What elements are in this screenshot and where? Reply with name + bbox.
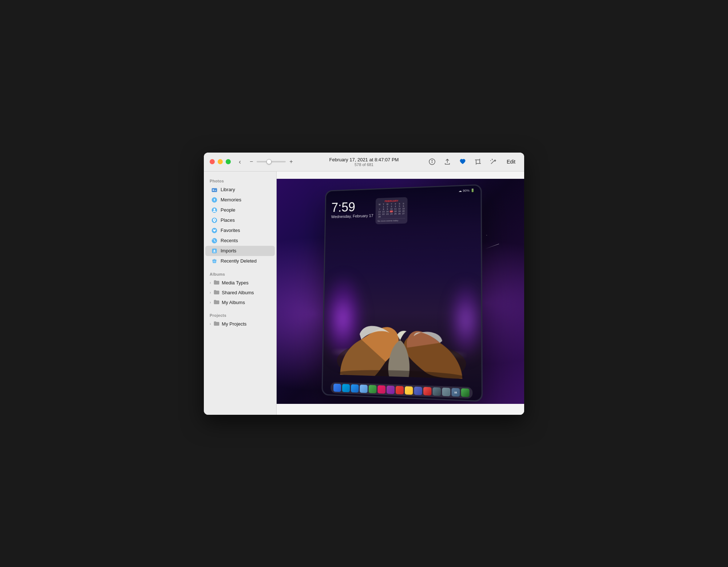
svg-point-2 <box>432 160 432 161</box>
minimize-button[interactable] <box>218 159 223 164</box>
titlebar-actions: Edit <box>427 157 518 166</box>
places-label: Places <box>221 217 235 223</box>
ipad-time-display: 7:59 Wednesday, February 17 <box>331 200 373 219</box>
sidebar-item-favorites[interactable]: Favorites <box>205 225 275 236</box>
maximize-button[interactable] <box>226 159 231 164</box>
dock-icon-scriptable <box>423 387 432 395</box>
recently-deleted-label: Recently Deleted <box>221 258 257 264</box>
media-types-label: Media Types <box>222 280 248 286</box>
zoom-slider[interactable] <box>257 161 286 162</box>
my-projects-label: My Projects <box>222 321 246 327</box>
ipad-screen: ☁ 90% 🔋 7:59 Wednesday, February 17 FEBR… <box>323 185 482 400</box>
heart-icon <box>459 158 466 165</box>
dock-icon-notes <box>405 386 413 395</box>
dock-icon-podcasts <box>387 385 395 394</box>
dock-icon-settings <box>442 387 450 396</box>
recently-deleted-icon <box>211 258 218 264</box>
sidebar-item-memories[interactable]: Memories <box>205 195 275 205</box>
enhance-button[interactable] <box>488 157 498 166</box>
dock-icon-facetime <box>369 385 377 393</box>
svg-line-4 <box>491 161 494 164</box>
dock-icon-testflight <box>377 385 385 393</box>
ipad-calendar-widget: FEBRUARY MTWTFSS 123456 78910111213 1415… <box>375 197 407 224</box>
sidebar-item-places[interactable]: Places <box>205 215 275 225</box>
shared-albums-label: Shared Albums <box>222 290 254 295</box>
shared-albums-folder-icon <box>214 290 219 296</box>
memories-icon <box>211 197 218 203</box>
dock-icon-gmail <box>396 386 404 394</box>
places-icon <box>211 217 218 224</box>
library-label: Library <box>221 187 235 192</box>
media-types-folder-icon <box>214 280 219 286</box>
titlebar: ‹ − + February 17, 2021 at 8:47:07 PM 57… <box>204 153 524 172</box>
back-button[interactable]: ‹ <box>237 157 243 167</box>
photo-bottom-bar <box>277 404 524 415</box>
rock-svg <box>330 288 474 379</box>
favorite-button[interactable] <box>458 157 467 166</box>
svg-rect-3 <box>476 160 480 164</box>
people-icon <box>211 207 218 213</box>
media-types-chevron: › <box>210 281 211 285</box>
sidebar-item-imports[interactable]: Imports <box>205 246 275 256</box>
ipad-mockup: ☁ 90% 🔋 7:59 Wednesday, February 17 FEBR… <box>321 184 483 402</box>
my-albums-folder-icon <box>214 299 219 306</box>
sidebar-item-recently-deleted[interactable]: Recently Deleted <box>205 256 275 266</box>
dock-icon-appstore <box>351 384 359 393</box>
photo-top-bar <box>277 172 524 179</box>
wand-icon <box>490 158 496 165</box>
sidebar-item-my-projects[interactable]: › My Projects <box>205 319 275 329</box>
svg-point-9 <box>213 189 214 191</box>
dock-icon-shortcuts <box>360 385 368 393</box>
library-icon <box>211 186 218 193</box>
share-button[interactable] <box>443 157 452 166</box>
info-button[interactable] <box>427 157 437 166</box>
imports-label: Imports <box>221 248 236 253</box>
recents-icon <box>211 237 218 244</box>
photo-date: February 17, 2021 at 8:47:07 PM <box>329 157 399 162</box>
sidebar-item-library[interactable]: Library <box>205 185 275 195</box>
memories-label: Memories <box>221 197 241 202</box>
my-albums-chevron: › <box>210 300 211 304</box>
sidebar-section-photos: Photos <box>204 176 276 185</box>
favorites-icon <box>211 227 218 234</box>
sidebar-item-shared-albums[interactable]: › Shared Albums <box>205 288 275 298</box>
titlebar-center: February 17, 2021 at 8:47:07 PM 578 of 6… <box>329 157 399 167</box>
photo-count: 578 of 681 <box>329 162 399 167</box>
my-albums-label: My Albums <box>222 300 245 305</box>
sidebar-item-people[interactable]: People <box>205 205 275 215</box>
traffic-lights <box>210 159 231 164</box>
dock-icon-files <box>333 383 341 392</box>
recents-label: Recents <box>221 238 238 243</box>
dock-icon-iawriter: iA <box>451 388 460 397</box>
sidebar-item-media-types[interactable]: › Media Types <box>205 278 275 288</box>
svg-point-14 <box>214 219 215 220</box>
crop-icon <box>475 158 481 165</box>
nav-controls: ‹ <box>237 157 243 167</box>
my-projects-chevron: › <box>210 322 211 326</box>
sidebar-section-projects: Projects <box>204 310 276 319</box>
close-button[interactable] <box>210 159 215 164</box>
dock-icon-safari <box>342 384 350 392</box>
photo-area: ☁ 90% 🔋 7:59 Wednesday, February 17 FEBR… <box>277 172 524 415</box>
shared-albums-chevron: › <box>210 291 211 295</box>
favorites-label: Favorites <box>221 228 240 233</box>
share-icon <box>444 158 451 165</box>
dock-icon-launchpad <box>432 387 441 396</box>
edit-button[interactable]: Edit <box>504 157 518 166</box>
main-content: Photos Library M <box>204 172 524 415</box>
photo-container[interactable]: ☁ 90% 🔋 7:59 Wednesday, February 17 FEBR… <box>277 179 524 404</box>
dock-icon-springboard <box>414 386 422 395</box>
zoom-out-button[interactable]: − <box>248 158 255 166</box>
dock-icon-cash <box>461 388 470 397</box>
sidebar-item-my-albums[interactable]: › My Albums <box>205 298 275 307</box>
my-projects-folder-icon <box>214 321 219 327</box>
svg-line-7 <box>492 160 492 160</box>
sidebar: Photos Library M <box>204 172 277 415</box>
crop-button[interactable] <box>473 157 483 166</box>
svg-point-12 <box>214 208 215 210</box>
sidebar-item-recents[interactable]: Recents <box>205 236 275 246</box>
photo-display: ☁ 90% 🔋 7:59 Wednesday, February 17 FEBR… <box>277 179 524 404</box>
zoom-in-button[interactable]: + <box>287 158 295 166</box>
people-label: People <box>221 207 235 213</box>
ipad-clock: 7:59 <box>331 200 373 214</box>
